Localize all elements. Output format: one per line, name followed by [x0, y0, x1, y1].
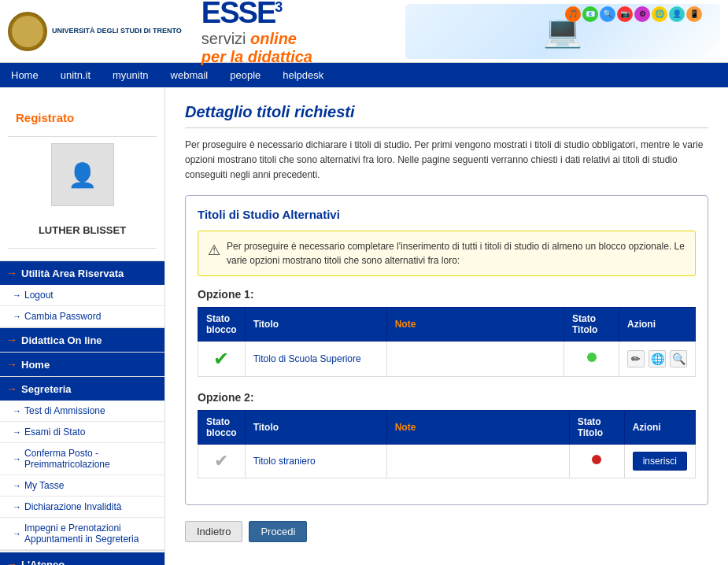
option1-titolo-link[interactable]: Titolo di Scuola Superiore [253, 353, 361, 364]
test-link[interactable]: Test di Ammissione [13, 405, 158, 416]
banner-icon-3: 🔍 [600, 6, 615, 22]
option1-header-stato-blocco: Stato blocco [198, 307, 246, 341]
option2-row1-stato-blocco: ✔ [198, 444, 246, 478]
banner-icon-5: ⚙ [634, 6, 650, 22]
option2-header-stato-blocco: Stato blocco [198, 410, 246, 444]
sidebar-item-logout[interactable]: Logout [0, 285, 164, 306]
sidebar-item-esami[interactable]: Esami di Stato [0, 422, 164, 443]
page-description: Per proseguire è necessario dichiarare i… [185, 138, 708, 183]
section-box: Titoli di Studio Alternativi ⚠ Per prose… [185, 195, 708, 505]
main-nav: Home unitn.it myunitn webmail people hel… [0, 63, 728, 87]
option1-table: Stato blocco Titolo Note Stato Titolo Az… [198, 307, 696, 377]
option2-row1-titolo: Titolo straniero [245, 444, 386, 478]
sidebar-section-header-didattica[interactable]: → Didattica On line [0, 328, 164, 352]
option1-header-note: Note [386, 307, 564, 341]
option2-row1-note [386, 444, 569, 478]
sidebar-section-label-ateneo: L'Ateneo [21, 559, 65, 566]
user-name: LUTHER BLISSET [8, 212, 157, 249]
sidebar-section-header-segreteria[interactable]: → Segreteria [0, 377, 164, 401]
footer-buttons: Indietro Procedi [185, 521, 708, 542]
nav-home[interactable]: Home [0, 63, 50, 87]
option1-row1-titolo: Titolo di Scuola Superiore [245, 341, 386, 376]
option2-titolo-link[interactable]: Titolo straniero [253, 456, 316, 467]
proceed-button[interactable]: Procedi [249, 521, 307, 542]
sidebar-section-segreteria: → Segreteria Test di Ammissione Esami di… [0, 377, 164, 551]
warning-icon: ⚠ [208, 240, 220, 261]
back-button[interactable]: Indietro [185, 521, 242, 542]
esami-link[interactable]: Esami di Stato [13, 427, 158, 438]
sidebar-section-ateneo[interactable]: → L'Ateneo [0, 552, 164, 565]
banner-icon-6: 🌐 [652, 6, 667, 22]
option2-table: Stato blocco Titolo Note Stato Titolo Az… [198, 410, 696, 478]
main-layout: Registrato 👤 LUTHER BLISSET → Utilità Ar… [0, 87, 728, 565]
action-icons-1: ✏ 🌐 🔍 [627, 350, 687, 367]
warning-box: ⚠ Per proseguire è necessario completare… [198, 231, 696, 276]
nav-helpdesk[interactable]: helpdesk [272, 63, 334, 87]
header-banner: 💻 🎵 📧 🔍 📷 ⚙ 🌐 👤 📱 [405, 4, 720, 59]
main-content: Dettaglio titoli richiesti Per proseguir… [165, 87, 728, 565]
tasse-link[interactable]: My Tasse [13, 480, 158, 491]
option2-row-1: ✔ Titolo straniero inserisci [198, 444, 696, 478]
password-link[interactable]: Cambia Password [13, 311, 158, 322]
sidebar-section-header-home[interactable]: → Home [0, 353, 164, 376]
esse3-brand: ESSE3 servizi online per la didattica [201, 0, 312, 66]
option2-label: Opzione 2: [198, 391, 696, 404]
option2-header-titolo: Titolo [245, 410, 386, 444]
esse3-sup: 3 [275, 0, 281, 15]
page-title: Dettaglio titoli richiesti [185, 103, 708, 128]
option1-header-titolo: Titolo [245, 307, 386, 341]
banner-icon-8: 📱 [686, 6, 702, 22]
sidebar-section-label-didattica: Didattica On line [21, 334, 102, 346]
sidebar-item-impegni[interactable]: Impegni e Prenotazioni Appuntamenti in S… [0, 518, 164, 550]
inserisci-button[interactable]: inserisci [633, 452, 687, 471]
option1-row-1: ✔ Titolo di Scuola Superiore ✏ 🌐 [198, 341, 696, 376]
nav-unitn[interactable]: unitn.it [50, 63, 102, 87]
checkmark-gray-icon: ✔ [214, 451, 228, 471]
warning-text: Per proseguire è necessario completare l… [227, 239, 686, 268]
servizi-text: servizi online per la didattica [201, 30, 312, 66]
sidebar-section-label-home: Home [21, 359, 50, 371]
invalidita-link[interactable]: Dichiarazione Invalidità [13, 501, 158, 512]
impegni-link[interactable]: Impegni e Prenotazioni Appuntamenti in S… [13, 523, 158, 545]
sidebar-section-header-utilita[interactable]: → Utilità Area Riservata [0, 261, 164, 285]
banner-icon-1: 🎵 [565, 6, 581, 22]
arrow-icon-didattica: → [6, 334, 17, 346]
option1-header-azioni: Azioni [619, 307, 696, 341]
option1-row1-stato-blocco: ✔ [198, 341, 246, 376]
sidebar-item-tasse[interactable]: My Tasse [0, 475, 164, 497]
nav-people[interactable]: people [219, 63, 272, 87]
search-icon[interactable]: 🔍 [670, 350, 687, 367]
banner-icon-4: 📷 [617, 6, 633, 22]
sidebar-item-test[interactable]: Test di Ammissione [0, 401, 164, 422]
esse3-text: ESSE [201, 0, 275, 29]
checkmark-green-icon: ✔ [213, 348, 229, 369]
edit-icon[interactable]: ✏ [627, 350, 645, 367]
sidebar-section-label-utilita: Utilità Area Riservata [21, 268, 124, 279]
sidebar-item-conferma[interactable]: Conferma Posto - Preimmatricolazione [0, 443, 164, 475]
sidebar: Registrato 👤 LUTHER BLISSET → Utilità Ar… [0, 87, 165, 565]
banner-icon-2: 📧 [582, 6, 598, 22]
option1-row1-stato-titolo [564, 341, 619, 376]
option1-row1-note [386, 341, 564, 376]
esse3-logo: ESSE3 [201, 0, 281, 30]
banner-icon-7: 👤 [669, 6, 685, 22]
section-box-title: Titoli di Studio Alternativi [198, 208, 696, 221]
option1-header-stato-titolo: Stato Titolo [564, 307, 619, 341]
option1-row1-azioni: ✏ 🌐 🔍 [619, 341, 696, 376]
sidebar-item-invalidita[interactable]: Dichiarazione Invalidità [0, 497, 164, 518]
logo-circle [8, 12, 47, 51]
globe-icon[interactable]: 🌐 [649, 350, 666, 367]
sidebar-item-password[interactable]: Cambia Password [0, 306, 164, 327]
nav-myunitn[interactable]: myunitn [102, 63, 160, 87]
arrow-icon-segreteria: → [6, 382, 17, 395]
sidebar-section-home: → Home [0, 353, 164, 377]
header: UNIVERSITÀ DEGLI STUDI DI TRENTO ESSE3 s… [0, 0, 728, 63]
arrow-icon-utilita: → [6, 267, 17, 279]
option2-row1-stato-titolo [569, 444, 624, 478]
user-role: Registrato [8, 99, 157, 137]
sidebar-section-didattica: → Didattica On line [0, 328, 164, 353]
conferma-link[interactable]: Conferma Posto - Preimmatricolazione [13, 448, 158, 470]
nav-webmail[interactable]: webmail [160, 63, 220, 87]
logout-link[interactable]: Logout [13, 290, 158, 301]
avatar: 👤 [51, 143, 114, 206]
